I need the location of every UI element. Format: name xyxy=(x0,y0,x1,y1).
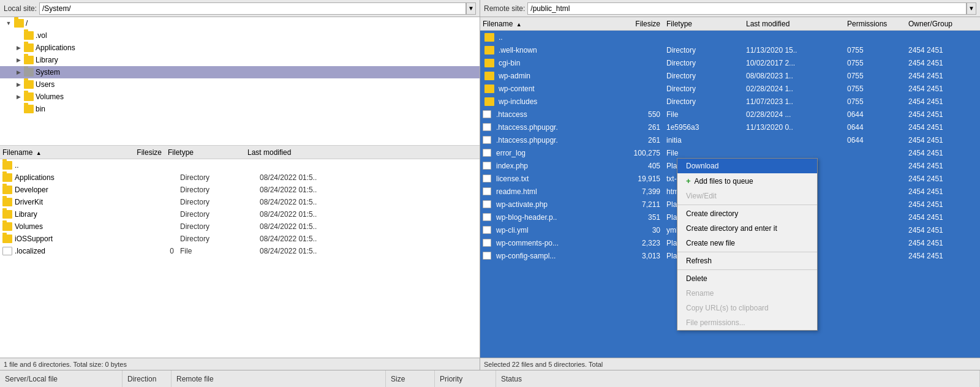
tree-toggle-bin[interactable] xyxy=(15,105,22,113)
local-site-bar: Local site: ▼ xyxy=(0,0,480,17)
table-row[interactable]: Applications Directory 08/24/2022 01:5.. xyxy=(0,171,480,184)
folder-icon-volumes xyxy=(24,92,34,101)
local-site-input[interactable] xyxy=(39,2,466,15)
tree-label-volumes: Volumes xyxy=(36,92,64,101)
col-header-filetype[interactable]: Filetype xyxy=(168,148,247,157)
table-row[interactable]: DriverKit Directory 08/24/2022 01:5.. xyxy=(0,196,480,208)
tree-label-applications: Applications xyxy=(36,43,75,52)
file-icon xyxy=(483,213,491,221)
tree-label-root: / xyxy=(26,19,28,28)
remote-col-header-filesize[interactable]: Filesize xyxy=(617,20,666,28)
context-menu-create-dir-enter[interactable]: Create directory and enter it xyxy=(677,221,817,236)
table-row[interactable]: .. xyxy=(0,159,480,171)
main-content: ▼ / .vol ▶ Applications ▶ Library xyxy=(0,17,980,370)
table-row[interactable]: .htaccess.phpupgr. 261 initia 0644 2454 … xyxy=(480,133,980,146)
remote-sort-arrow: ▲ xyxy=(516,21,522,28)
folder-icon xyxy=(2,161,12,170)
table-row[interactable]: wp-includes Directory 11/07/2023 1.. 075… xyxy=(480,95,980,108)
file-icon xyxy=(483,239,491,247)
table-row[interactable]: .. xyxy=(480,31,980,43)
tree-toggle-users[interactable]: ▶ xyxy=(15,81,22,88)
table-row[interactable]: Developer Directory 08/24/2022 01:5.. xyxy=(0,184,480,196)
table-row[interactable]: wp-content Directory 02/28/2024 1.. 0755… xyxy=(480,82,980,95)
folder-icon xyxy=(2,222,12,231)
file-icon xyxy=(483,200,491,208)
remote-site-bar: Remote site: ▼ xyxy=(480,0,980,17)
tree-item-system[interactable]: ▶ System xyxy=(0,66,480,78)
tree-toggle-applications[interactable]: ▶ xyxy=(15,44,22,51)
local-file-tree[interactable]: ▼ / .vol ▶ Applications ▶ Library xyxy=(0,17,480,146)
folder-icon xyxy=(2,235,12,243)
remote-col-header-owner[interactable]: Owner/Group xyxy=(908,20,978,28)
local-site-dropdown[interactable]: ▼ xyxy=(466,2,476,15)
folder-icon xyxy=(484,46,494,54)
tree-toggle-system[interactable]: ▶ xyxy=(15,69,22,76)
remote-col-header-filetype[interactable]: Filetype xyxy=(666,20,746,28)
local-file-list-container: Filename ▲ Filesize Filetype Last modifi… xyxy=(0,146,480,358)
remote-site-input[interactable] xyxy=(527,2,967,15)
tree-toggle-vol[interactable] xyxy=(15,32,22,39)
tree-item-users[interactable]: ▶ Users xyxy=(0,78,480,91)
folder-icon xyxy=(2,173,12,182)
table-row[interactable]: iOSSupport Directory 08/24/2022 01:5.. xyxy=(0,233,480,245)
tree-label-system: System xyxy=(36,68,60,77)
file-icon xyxy=(483,175,491,182)
context-menu-sep3 xyxy=(677,269,817,270)
context-menu-copy-url: Copy URL(s) to clipboard xyxy=(677,301,817,315)
local-file-list[interactable]: .. Applications Directory 08/24/2022 01:… xyxy=(0,159,480,358)
sort-arrow-filename: ▲ xyxy=(36,150,42,156)
tree-label-library: Library xyxy=(36,56,58,64)
context-menu-delete[interactable]: Delete xyxy=(677,271,817,286)
folder-icon xyxy=(2,210,12,219)
local-status-text: 1 file and 6 directories. Total size: 0 … xyxy=(4,361,127,368)
context-menu-add-queue[interactable]: + Add files to queue xyxy=(677,173,817,189)
tree-item-library[interactable]: ▶ Library xyxy=(0,54,480,66)
folder-icon-vol xyxy=(24,31,34,40)
transfer-server-local: Server/Local file xyxy=(0,370,123,387)
table-row[interactable]: Volumes Directory 08/24/2022 01:5.. xyxy=(0,220,480,233)
folder-icon xyxy=(2,186,12,194)
table-row[interactable]: .htaccess.phpupgr. 261 1e5956a3 11/13/20… xyxy=(480,121,980,133)
tree-toggle-root[interactable]: ▼ xyxy=(5,20,12,27)
context-menu-create-file[interactable]: Create new file xyxy=(677,236,817,250)
col-header-modified[interactable]: Last modified xyxy=(247,148,345,157)
table-row[interactable]: .htaccess 550 File 02/28/2024 ... 0644 2… xyxy=(480,108,980,121)
tree-item-applications[interactable]: ▶ Applications xyxy=(0,42,480,54)
folder-icon-system xyxy=(24,68,34,77)
col-header-filename[interactable]: Filename ▲ xyxy=(2,148,125,157)
folder-icon xyxy=(2,198,12,206)
file-icon xyxy=(483,226,491,234)
folder-icon xyxy=(484,59,494,67)
tree-item-bin[interactable]: bin xyxy=(0,103,480,115)
table-row[interactable]: .localized 0 File 08/24/2022 01:5.. xyxy=(0,245,480,257)
tree-toggle-library[interactable]: ▶ xyxy=(15,56,22,64)
context-menu-sep1 xyxy=(677,205,817,205)
context-menu: Download + Add files to queue View/Edit … xyxy=(677,158,818,331)
file-icon xyxy=(483,136,491,144)
table-row[interactable]: wp-admin Directory 08/08/2023 1.. 0755 2… xyxy=(480,69,980,82)
folder-icon-users xyxy=(24,80,34,89)
tree-label-vol: .vol xyxy=(36,31,47,40)
tree-item-root[interactable]: ▼ / xyxy=(0,17,480,29)
context-menu-download[interactable]: Download xyxy=(677,159,817,173)
tree-toggle-volumes[interactable]: ▶ xyxy=(15,93,22,100)
folder-icon xyxy=(484,97,494,106)
context-menu-create-dir[interactable]: Create directory xyxy=(677,206,817,221)
table-row[interactable]: .well-known Directory 11/13/2020 15.. 07… xyxy=(480,43,980,56)
folder-icon-applications xyxy=(24,43,34,52)
remote-col-header-filename[interactable]: Filename ▲ xyxy=(483,20,617,28)
table-row[interactable]: cgi-bin Directory 10/02/2017 2... 0755 2… xyxy=(480,56,980,69)
tree-item-vol[interactable]: .vol xyxy=(0,29,480,42)
folder-icon xyxy=(484,72,494,80)
tree-item-volumes-tree[interactable]: ▶ Volumes xyxy=(0,91,480,103)
col-header-filesize[interactable]: Filesize xyxy=(125,148,168,157)
file-icon xyxy=(483,123,491,131)
remote-col-header-modified[interactable]: Last modified xyxy=(746,20,847,28)
table-row[interactable]: error_log 100,275 File 2454 2451 xyxy=(480,146,980,159)
transfer-priority: Priority xyxy=(435,370,496,387)
transfer-bar: Server/Local file Direction Remote file … xyxy=(0,370,980,387)
remote-col-header-permissions[interactable]: Permissions xyxy=(847,20,908,28)
table-row[interactable]: Library Directory 08/24/2022 01:5.. xyxy=(0,208,480,220)
context-menu-refresh[interactable]: Refresh xyxy=(677,254,817,268)
remote-site-dropdown[interactable]: ▼ xyxy=(967,2,976,15)
